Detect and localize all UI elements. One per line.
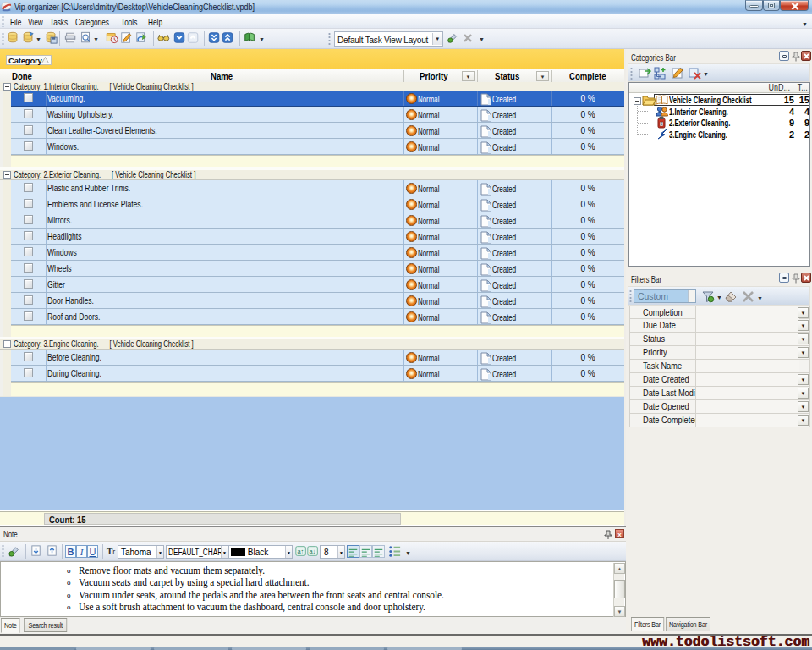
svg-text:a↑: a↑ (297, 548, 304, 555)
svg-text:a↓: a↓ (309, 548, 315, 555)
